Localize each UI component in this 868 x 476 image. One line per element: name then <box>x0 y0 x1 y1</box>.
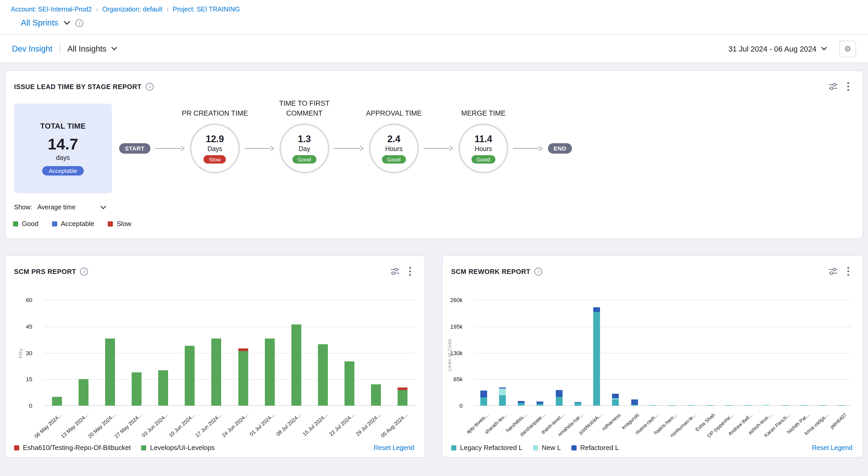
bar-24 Jun 2024...[interactable] <box>238 349 248 406</box>
bar-segment <box>688 405 694 406</box>
bar-05 Aug 2024...[interactable] <box>398 387 407 406</box>
gridline <box>474 300 851 300</box>
bar-haaris-ham...[interactable] <box>669 405 676 406</box>
bar-10 Jun 2024...[interactable] <box>185 346 195 406</box>
bar-03 Jun 2024...[interactable] <box>158 370 168 406</box>
legend-label: Acceptable <box>61 220 94 228</box>
top-header: Account: SEI-Internal-Prod2 › Organizati… <box>0 0 868 35</box>
bar-nmahida-har...[interactable] <box>575 402 581 406</box>
card-title: SCM REWORK REPORT <box>451 267 530 275</box>
bar-krina.vadga...[interactable] <box>819 405 826 406</box>
bar-Nishith Pat...[interactable] <box>801 405 808 406</box>
bar-ashish-leve...[interactable] <box>763 405 770 406</box>
breadcrumb-account[interactable]: Account: SEI-Internal-Prod2 <box>11 6 92 13</box>
end-pill: END <box>548 143 572 154</box>
breadcrumb-separator-icon: › <box>166 6 168 12</box>
stage-unit: Day <box>299 145 310 152</box>
bar-sharath-lev...[interactable] <box>499 387 506 406</box>
bar-jatin6407[interactable] <box>839 405 845 406</box>
total-time-value: 14.7 <box>48 135 78 153</box>
breadcrumb-project[interactable]: Project: SEI TRAINING <box>173 6 240 13</box>
bar-nonhuman-le...[interactable] <box>688 405 694 406</box>
stage-value: 12.9 <box>206 133 224 145</box>
x-tick-label: 20 May 2024... <box>87 412 116 439</box>
legend-item-refactored[interactable]: Refactored L <box>571 444 619 451</box>
bar-Esha Shah[interactable] <box>706 405 713 406</box>
legend-item-legacy-refactored[interactable]: Legacy Refactored L <box>451 444 523 451</box>
legend-item-levelops[interactable]: Levelops/Ui-Levelops <box>141 444 215 451</box>
lead-time-content: TOTAL TIME 14.7 days Acceptable START PR… <box>14 103 863 193</box>
bar-01 Jul 2024...[interactable] <box>265 339 275 406</box>
bar-27 May 2024...[interactable] <box>132 372 142 406</box>
show-dropdown-value: Average time <box>37 204 76 211</box>
bar-harshitbts...[interactable] <box>518 401 525 406</box>
legend-label: Esha610/Testing-Repo-Of-Bitbucket <box>23 444 131 451</box>
legend-swatch <box>141 445 147 450</box>
info-icon[interactable]: i <box>81 267 88 275</box>
bar-segment <box>132 372 142 406</box>
bar-risana-rash...[interactable] <box>650 405 657 406</box>
stage-label: TIME TO FIRST COMMENT <box>266 99 343 119</box>
bar-justAkshitA...[interactable] <box>593 307 600 406</box>
bar-segment <box>238 349 248 351</box>
insights-dropdown[interactable]: All Insights <box>67 44 117 53</box>
info-icon[interactable]: i <box>146 83 154 90</box>
sprint-selector[interactable]: All Sprints i <box>0 14 868 34</box>
show-dropdown[interactable]: Average time <box>37 204 106 211</box>
card-title: SCM PRS REPORT <box>14 267 76 275</box>
bar-knagurski[interactable] <box>631 399 638 406</box>
sprint-selector-label[interactable]: All Sprints <box>21 18 58 28</box>
bar-Karan Panch...[interactable] <box>782 405 788 406</box>
chevron-down-icon <box>100 205 106 209</box>
y-tick-label: 260k <box>442 296 463 304</box>
module-link[interactable]: Dev Insight <box>12 44 52 53</box>
bar-06 May 2024...[interactable] <box>52 397 62 406</box>
bar-08 Jul 2024...[interactable] <box>291 325 301 406</box>
card-title: ISSUE LEAD TIME BY STAGE REPORT <box>14 83 142 90</box>
chart-settings-icon[interactable] <box>391 268 399 275</box>
reset-legend-link[interactable]: Reset Legend <box>812 444 852 451</box>
breadcrumb-organization[interactable]: Organization: default <box>102 6 162 13</box>
chevron-down-icon[interactable] <box>63 21 70 25</box>
bar-22 Jul 2024...[interactable] <box>344 362 354 406</box>
total-time-unit: days <box>56 154 70 161</box>
stage-unit: Hours <box>474 145 492 152</box>
chart-settings-icon[interactable] <box>829 83 837 90</box>
bar-ndharness[interactable] <box>612 393 619 406</box>
scm-prs-yaxis: 015304560 <box>5 300 37 406</box>
legend-label: New L <box>542 444 561 451</box>
bar-segment <box>518 401 525 403</box>
kebab-menu-icon[interactable] <box>409 267 411 276</box>
bar-segment <box>499 395 506 406</box>
bar-segment <box>537 404 544 406</box>
bar-29 Jul 2024...[interactable] <box>371 385 381 406</box>
bar-darshanpate...[interactable] <box>537 401 544 406</box>
total-time-label: TOTAL TIME <box>40 122 86 130</box>
dashboard-body: ISSUE LEAD TIME BY STAGE REPORT i TOTAL … <box>0 63 868 473</box>
scm-rework-yaxis: 065k130k195k260k <box>442 300 468 406</box>
show-row: Show: Average time <box>14 204 863 211</box>
bar-OP (oppenhe...[interactable] <box>725 405 732 406</box>
kebab-menu-icon[interactable] <box>847 82 849 91</box>
y-tick-label: 30 <box>5 349 32 356</box>
bar-Andrew Bell...[interactable] <box>744 405 751 406</box>
bar-17 Jun 2024...[interactable] <box>212 339 221 406</box>
bar-thanh-level...[interactable] <box>556 390 562 406</box>
reset-legend-link[interactable]: Reset Legend <box>374 444 414 451</box>
settings-gear-button[interactable]: ⚙︎ <box>839 40 856 57</box>
info-icon[interactable]: i <box>535 267 542 275</box>
legend-item-new[interactable]: New L <box>533 444 561 451</box>
info-icon[interactable]: i <box>75 19 83 27</box>
chevron-down-icon <box>111 47 117 51</box>
bar-ajay-levelo...[interactable] <box>480 391 487 406</box>
legend-item-esha610[interactable]: Esha610/Testing-Repo-Of-Bitbucket <box>14 444 131 451</box>
date-range-label: 31 Jul 2024 - 06 Aug 2024 <box>728 44 816 53</box>
chart-settings-icon[interactable] <box>829 268 837 275</box>
bar-13 May 2024...[interactable] <box>79 379 89 406</box>
kebab-menu-icon[interactable] <box>847 267 849 276</box>
gridline <box>474 353 851 353</box>
y-tick-label: 195k <box>442 323 463 330</box>
bar-20 May 2024...[interactable] <box>105 339 115 406</box>
bar-15 Jul 2024...[interactable] <box>318 344 328 406</box>
date-range-picker[interactable]: 31 Jul 2024 - 06 Aug 2024 <box>728 44 827 53</box>
